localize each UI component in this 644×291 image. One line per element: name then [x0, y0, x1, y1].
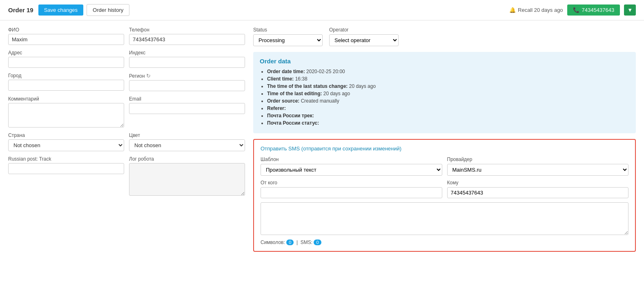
address-group: Адрес [8, 50, 124, 68]
city-input[interactable] [8, 80, 124, 91]
city-label: Город [8, 73, 124, 78]
page: Order 19 Save changes Order history 🔔 Re… [0, 0, 644, 291]
recall-label: 🔔 Recall 20 days ago [509, 7, 563, 13]
sms-count-value: 0 [314, 240, 321, 245]
sms-title[interactable]: Отправить SMS (отправится при сохранении… [261, 146, 628, 152]
comment-input[interactable] [8, 103, 124, 128]
address-index-row: Адрес Индекс [8, 50, 245, 68]
sms-chars-label: Символов: [261, 240, 285, 245]
save-button[interactable]: Save changes [38, 4, 83, 16]
top-bar-right: 🔔 Recall 20 days ago 📞 74345437643 ▼ [509, 4, 636, 16]
refresh-icon[interactable]: ↻ [146, 73, 151, 79]
fio-input[interactable] [8, 34, 124, 45]
sms-to-input[interactable] [447, 187, 629, 198]
list-item: Order date time: 2020-02-25 20:00 [267, 69, 629, 74]
fio-phone-row: ФИО Телефон [8, 27, 245, 45]
status-operator-row: Status Processing New Completed Cancelle… [253, 27, 636, 46]
country-group: Страна Not chosen Russia USA [8, 132, 124, 151]
left-form: ФИО Телефон Адрес Индекс [8, 27, 245, 252]
list-item: Почта России статус: [267, 120, 629, 126]
region-input[interactable] [129, 80, 245, 91]
city-region-row: Город Регион ↻ [8, 73, 245, 91]
list-item: Почта России трек: [267, 113, 629, 119]
status-group: Status Processing New Completed Cancelle… [253, 27, 323, 46]
top-bar: Order 19 Save changes Order history 🔔 Re… [0, 0, 644, 20]
phone-group: Телефон [129, 27, 245, 45]
phone-button[interactable]: 📞 74345437643 [567, 4, 620, 16]
log-group: Лог робота [129, 156, 245, 196]
color-select[interactable]: Not chosen Red Blue [129, 139, 245, 151]
region-group: Регион ↻ [129, 73, 245, 91]
list-item: The time of the last status change: 20 d… [267, 83, 629, 89]
sms-counter: Символов: 0 | SMS: 0 [261, 240, 628, 245]
bell-icon: 🔔 [509, 7, 516, 13]
phone-icon: 📞 [573, 7, 579, 13]
sms-template-label: Шаблон [261, 157, 442, 162]
history-button[interactable]: Order history [87, 4, 129, 16]
sms-provider-select[interactable]: MainSMS.ru Provider 2 [447, 164, 629, 176]
fio-group: ФИО [8, 27, 124, 45]
post-log-row: Russian post: Track Лог робота [8, 156, 245, 196]
color-group: Цвет Not chosen Red Blue [129, 132, 245, 151]
operator-label: Operator [329, 27, 399, 33]
log-input[interactable] [129, 163, 245, 196]
phone-number: 74345437643 [582, 7, 615, 13]
list-item: Client time: 16:38 [267, 76, 629, 82]
sms-from-input[interactable] [261, 187, 442, 198]
phone-input[interactable] [129, 34, 245, 45]
log-label: Лог робота [129, 156, 245, 162]
index-group: Индекс [129, 50, 245, 68]
order-data-card: Order data Order date time: 2020-02-25 2… [253, 52, 636, 133]
email-group: Email [129, 96, 245, 128]
sms-message-input[interactable] [261, 202, 628, 235]
address-input[interactable] [8, 57, 124, 68]
sms-box: Отправить SMS (отправится при сохранении… [253, 139, 636, 252]
sms-template-select[interactable]: Произвольный текст Template 1 Template 2 [261, 164, 442, 176]
fio-label: ФИО [8, 27, 124, 33]
top-bar-left: Order 19 Save changes Order history [8, 4, 129, 16]
main-content: ФИО Телефон Адрес Индекс [0, 20, 644, 258]
sms-count-label: SMS: [301, 240, 312, 245]
sms-to-group: Кому [447, 180, 629, 198]
order-title: Order 19 [8, 7, 33, 13]
country-select[interactable]: Not chosen Russia USA [8, 139, 124, 151]
sms-template-group: Шаблон Произвольный текст Template 1 Tem… [261, 157, 442, 176]
russian-post-label: Russian post: Track [8, 156, 124, 162]
list-item: Order source: Created manually [267, 98, 629, 104]
sms-from-label: От кого [261, 180, 442, 186]
index-label: Индекс [129, 50, 245, 56]
sms-from-to-row: От кого Кому [261, 180, 628, 198]
city-group: Город [8, 73, 124, 91]
phone-dropdown-button[interactable]: ▼ [624, 4, 636, 16]
sms-provider-group: Провайдер MainSMS.ru Provider 2 [447, 157, 629, 176]
email-input[interactable] [129, 103, 245, 114]
sms-chars-value: 0 [286, 240, 294, 245]
list-item: Referer: [267, 105, 629, 111]
region-label: Регион ↻ [129, 73, 245, 79]
comment-group: Комментарий [8, 96, 124, 128]
right-panel: Status Processing New Completed Cancelle… [253, 27, 636, 252]
operator-select[interactable]: Select operator Operator 1 Operator 2 [329, 34, 399, 46]
sms-provider-label: Провайдер [447, 157, 629, 162]
recall-text: Recall 20 days ago [518, 7, 563, 13]
index-input[interactable] [129, 57, 245, 68]
color-label: Цвет [129, 132, 245, 138]
address-label: Адрес [8, 50, 124, 56]
country-color-row: Страна Not chosen Russia USA Цвет Not ch… [8, 132, 245, 151]
order-data-list: Order date time: 2020-02-25 20:00 Client… [260, 69, 629, 126]
sms-from-group: От кого [261, 180, 442, 198]
status-select[interactable]: Processing New Completed Cancelled [253, 34, 323, 46]
phone-label: Телефон [129, 27, 245, 33]
list-item: Time of the last editing: 20 days ago [267, 91, 629, 96]
country-label: Страна [8, 132, 124, 138]
sms-template-provider-row: Шаблон Произвольный текст Template 1 Tem… [261, 157, 628, 176]
email-label: Email [129, 96, 245, 102]
order-data-title: Order data [260, 58, 629, 65]
operator-group: Operator Select operator Operator 1 Oper… [329, 27, 399, 46]
russian-post-input[interactable] [8, 163, 124, 174]
sms-to-label: Кому [447, 180, 629, 186]
comment-label: Комментарий [8, 96, 124, 102]
status-label: Status [253, 27, 323, 33]
comment-email-row: Комментарий Email [8, 96, 245, 128]
russian-post-group: Russian post: Track [8, 156, 124, 196]
